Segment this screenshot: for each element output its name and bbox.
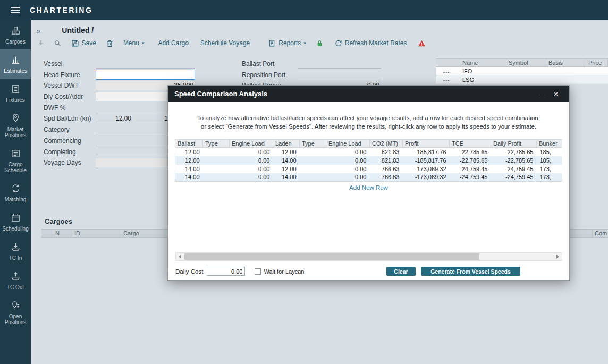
sidebar-item-tc-in[interactable]: TC In	[0, 236, 31, 266]
sidebar-item-label: Matching	[5, 197, 27, 202]
column-header: Profit	[403, 140, 450, 148]
save-button[interactable]: Save	[71, 39, 96, 47]
refresh-label: Refresh Market Rates	[345, 39, 407, 47]
speed-table-cell	[300, 148, 326, 156]
column-header: Type	[203, 140, 230, 148]
lock-icon[interactable]	[316, 39, 324, 47]
minimize-button[interactable]: –	[535, 90, 549, 98]
sidebar-item-label: Cargoes	[5, 39, 26, 45]
reposition-port-input[interactable]	[298, 70, 381, 79]
delete-button[interactable]	[106, 39, 114, 47]
search-button[interactable]	[54, 39, 62, 47]
speed-table-row[interactable]: 12.000.0012.000.00821.83-185,817.76-22,7…	[175, 148, 562, 156]
schedule-voyage-button[interactable]: Schedule Voyage	[200, 39, 250, 47]
speed-table-cell: 173,	[537, 173, 562, 182]
column-header-com: Com	[592, 230, 608, 237]
speed-table-cell: 12.00	[273, 148, 300, 156]
expand-icon[interactable]: »	[36, 27, 40, 35]
daily-cost-label: Daily Cost	[175, 268, 203, 275]
speed-comparison-dialog: Speed Comparison Analysis – × To analyze…	[167, 85, 570, 281]
speed-table-row[interactable]: 14.000.0014.000.00766.63-173,069.32-24,7…	[175, 173, 562, 182]
sidebar-item-scheduling[interactable]: Scheduling	[0, 207, 31, 236]
reports-label: Reports	[278, 39, 301, 47]
speed-table-row[interactable]: 14.000.0012.000.00766.63-173,069.32-24,7…	[175, 165, 562, 173]
scroll-left-arrow[interactable]	[176, 253, 184, 260]
field-label: Commencing	[44, 137, 96, 145]
wait-for-laycan-checkbox[interactable]	[255, 268, 261, 275]
sidebar-item-label: Cargo Schedule	[1, 162, 30, 173]
sidebar-item-open-positions[interactable]: Open Positions	[0, 295, 31, 330]
field-label: Dly Cost/Addr	[44, 93, 96, 100]
field-label: Completing	[44, 148, 96, 156]
speed-table-cell	[203, 173, 230, 182]
speed-table-cell: -22,785.65	[450, 156, 491, 165]
cargo-schedule-icon	[11, 148, 21, 159]
vessel-input[interactable]	[96, 60, 195, 69]
wait-for-laycan-label: Wait for Laycan	[264, 268, 304, 275]
sidebar-item-cargoes[interactable]: Cargoes	[0, 20, 31, 49]
sidebar-item-estimates[interactable]: Estimates	[0, 49, 31, 79]
speed-ballast-input[interactable]	[96, 114, 133, 123]
new-estimate-button[interactable]: +	[38, 39, 44, 47]
row-menu-button[interactable]: •••	[443, 70, 450, 74]
speed-table-cell: 14.00	[273, 173, 300, 182]
market-rates-header: Name Symbol Basis Price	[436, 58, 608, 67]
field-label: Ballast Port	[242, 60, 298, 67]
table-row[interactable]: ••• IFO	[436, 67, 608, 75]
matching-icon	[11, 183, 21, 194]
refresh-market-rates-button[interactable]: Refresh Market Rates	[334, 39, 407, 47]
app-title: CHARTERING	[30, 6, 92, 14]
column-header	[436, 59, 460, 66]
trash-icon	[106, 39, 114, 47]
daily-cost-input[interactable]	[207, 267, 245, 276]
hamburger-menu-button[interactable]	[0, 7, 30, 13]
save-icon	[71, 39, 79, 47]
sidebar-item-matching[interactable]: Matching	[0, 178, 31, 207]
scroll-right-arrow[interactable]	[554, 253, 562, 260]
sidebar: Cargoes Estimates Fixtures Market Positi…	[0, 20, 31, 364]
speed-table-cell: -173,069.32	[403, 165, 450, 173]
add-new-row-link[interactable]: Add New Row	[168, 184, 569, 191]
reports-button[interactable]: Reports ▾	[268, 39, 306, 47]
sidebar-item-fixtures[interactable]: Fixtures	[0, 79, 31, 108]
tc-in-icon	[11, 242, 21, 253]
tc-out-icon	[11, 271, 21, 282]
generate-from-vessel-speeds-button[interactable]: Generate From Vessel Speeds	[421, 267, 520, 276]
speed-table-cell	[300, 156, 326, 165]
field-label: Vessel	[44, 60, 96, 67]
warning-icon[interactable]	[418, 39, 426, 47]
speed-table-cell: -22,785.65	[491, 148, 537, 156]
speed-table-cell	[300, 173, 326, 182]
speed-table-cell: -24,759.45	[450, 165, 491, 173]
page-title: Untitled /	[62, 26, 94, 35]
speed-table-cell	[203, 165, 230, 173]
market-rates-panel: Name Symbol Basis Price ••• IFO ••• LSG	[436, 58, 608, 84]
sidebar-item-tc-out[interactable]: TC Out	[0, 266, 31, 295]
close-button[interactable]: ×	[549, 90, 563, 98]
add-cargo-button[interactable]: Add Cargo	[158, 39, 188, 47]
cargoes-icon	[11, 26, 21, 37]
table-row[interactable]: ••• LSG	[436, 75, 608, 84]
column-header: Laden	[273, 140, 300, 148]
sidebar-item-market-positions[interactable]: Market Positions	[0, 108, 31, 143]
speed-table-cell: 14.00	[175, 173, 203, 182]
description-line-1: To analyze how alternative ballast/laden…	[168, 114, 569, 123]
column-header-id: ID	[72, 230, 121, 237]
column-header: Daily Profit	[491, 140, 537, 148]
menu-button[interactable]: Menu ▾	[123, 39, 145, 47]
speed-table-row[interactable]: 12.000.0014.000.00821.83-185,817.76-22,7…	[175, 156, 562, 165]
field-label: Vessel DWT	[44, 82, 96, 89]
head-fixture-input[interactable]	[96, 70, 195, 80]
speed-table-cell: -173,069.32	[403, 173, 450, 182]
ballast-port-input[interactable]	[298, 60, 381, 69]
sidebar-item-cargo-schedule[interactable]: Cargo Schedule	[0, 143, 31, 178]
speed-table-cell: -185,817.76	[403, 148, 450, 156]
add-cargo-label: Add Cargo	[158, 39, 188, 47]
column-header-basis: Basis	[546, 59, 586, 66]
speed-table-cell: 0.00	[326, 165, 370, 173]
speed-table-cell	[300, 165, 326, 173]
clear-button[interactable]: Clear	[386, 267, 416, 276]
scrollbar-thumb[interactable]	[184, 253, 479, 260]
horizontal-scrollbar[interactable]	[175, 252, 562, 261]
row-menu-button[interactable]: •••	[443, 78, 450, 83]
